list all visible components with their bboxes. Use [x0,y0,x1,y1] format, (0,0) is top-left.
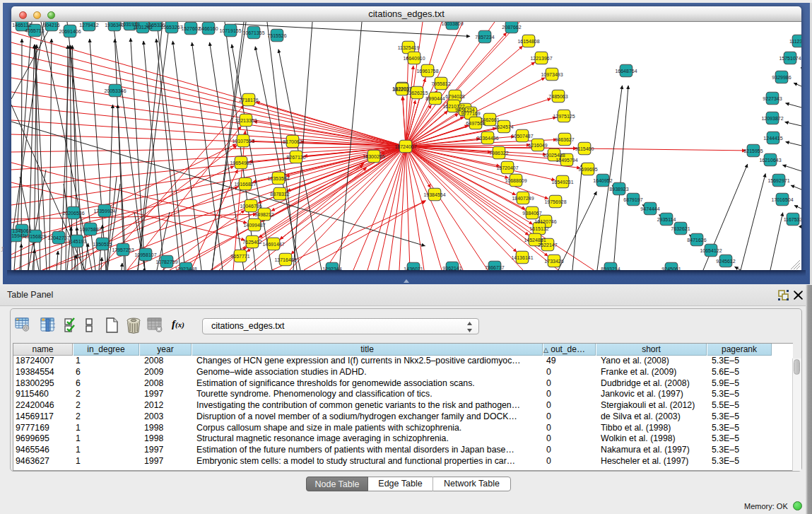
svg-text:1640952: 1640952 [593,178,612,183]
svg-text:9657771: 9657771 [230,254,249,259]
svg-text:1733426: 1733426 [544,259,563,264]
svg-text:12923448: 12923448 [175,267,196,271]
svg-text:16961758: 16961758 [416,69,438,74]
svg-text:16549231: 16549231 [551,180,573,185]
svg-text:8267130: 8267130 [286,155,305,160]
svg-text:10688609: 10688609 [505,178,526,183]
svg-text:20691406: 20691406 [59,29,81,34]
svg-text:12042737: 12042737 [47,235,69,240]
svg-text:11325419: 11325419 [398,45,420,50]
svg-text:20053346: 20053346 [104,88,126,93]
svg-text:7857234: 7857234 [475,35,494,40]
svg-text:7955812: 7955812 [431,81,450,86]
svg-text:8593214: 8593214 [601,267,620,271]
svg-text:10782759: 10782759 [155,259,177,264]
svg-text:1244415: 1244415 [763,136,782,141]
svg-text:8990444: 8990444 [425,96,445,101]
svg-text:1112345: 1112345 [789,39,801,44]
svg-text:10654122: 10654122 [700,248,722,253]
svg-text:8471626: 8471626 [687,238,706,243]
svg-text:3822037: 3822037 [392,87,411,92]
svg-text:6879197: 6879197 [623,197,642,202]
svg-text:18407249: 18407249 [512,196,534,201]
svg-text:1350515: 1350515 [93,242,112,247]
svg-text:10975887: 10975887 [79,227,101,232]
svg-text:10107553: 10107553 [232,139,254,144]
svg-text:9463627: 9463627 [555,137,574,142]
svg-text:19166827: 19166827 [234,182,256,187]
svg-text:6794028: 6794028 [445,94,464,99]
svg-text:9245612: 9245612 [716,259,735,264]
svg-text:15720407: 15720407 [496,165,518,170]
svg-text:16210643: 16210643 [759,158,781,163]
svg-text:8215955: 8215955 [743,148,763,153]
svg-text:9245061: 9245061 [661,267,681,271]
svg-text:18724007: 18724007 [394,144,416,149]
svg-text:7485063: 7485063 [548,94,567,99]
svg-text:7515526: 7515526 [267,33,286,38]
svg-text:20364436: 20364436 [476,136,498,141]
svg-text:1279412: 1279412 [79,23,98,28]
svg-text:10719155: 10719155 [219,28,241,33]
svg-text:16640910: 16640910 [403,56,425,61]
svg-text:8938923: 8938923 [609,187,628,192]
svg-text:19384554: 19384554 [423,192,445,197]
svg-text:2718176: 2718176 [239,98,258,103]
svg-text:7986322: 7986322 [489,151,508,156]
svg-text:4055713: 4055713 [25,28,44,33]
svg-text:2522147: 2522147 [538,243,557,247]
svg-text:9362141: 9362141 [442,266,461,271]
svg-text:10973493: 10973493 [541,72,563,77]
svg-text:10653267: 10653267 [160,25,182,30]
svg-text:10958107: 10958107 [134,252,156,257]
svg-text:20206536: 20206536 [62,211,84,216]
svg-text:1167533: 1167533 [784,217,801,222]
svg-text:13716485: 13716485 [274,257,296,262]
svg-text:12975125: 12975125 [553,114,575,119]
svg-text:9474444: 9474444 [640,206,659,211]
svg-text:12093872: 12093872 [761,116,783,121]
svg-text:3624574: 3624574 [494,124,513,129]
svg-text:6497568: 6497568 [466,121,485,126]
svg-text:15692971: 15692971 [767,178,789,183]
svg-text:6466160: 6466160 [199,26,218,31]
svg-text:1145193: 1145193 [68,239,87,244]
svg-text:16648764: 16648764 [615,69,637,74]
svg-text:12213967: 12213967 [530,56,552,61]
svg-text:14524851: 14524851 [524,238,546,243]
svg-text:2087662: 2087662 [502,25,521,30]
svg-text:9384067: 9384067 [522,211,541,216]
svg-text:14136141: 14136141 [511,255,533,260]
svg-text:12353594: 12353594 [267,176,289,181]
svg-text:7625402: 7625402 [242,240,261,245]
svg-text:17359924: 17359924 [93,209,115,214]
svg-text:1615132: 1615132 [529,226,548,231]
svg-text:9699695: 9699695 [578,167,597,172]
svg-text:16154808: 16154808 [517,39,539,44]
svg-text:10507487: 10507487 [511,134,533,139]
svg-text:1345061: 1345061 [12,228,31,233]
svg-text:8878312: 8878312 [270,192,289,197]
svg-text:16120746: 16120746 [534,219,556,224]
svg-text:14691447: 14691447 [262,242,284,247]
svg-text:12156829: 12156829 [24,234,46,239]
svg-text:2935114: 2935114 [657,217,676,222]
svg-text:10671355: 10671355 [242,30,264,35]
svg-text:3915941: 3915941 [11,233,25,238]
svg-text:10046786: 10046786 [240,204,261,209]
svg-text:9777169: 9777169 [461,111,480,116]
svg-text:14099487: 14099487 [243,223,265,228]
svg-text:10025438: 10025438 [543,153,565,158]
svg-text:15751074: 15751074 [779,56,801,61]
svg-text:8170062: 8170062 [283,139,302,144]
svg-text:18300295: 18300295 [363,154,384,159]
svg-text:6216049: 6216049 [528,143,547,148]
svg-text:17957253: 17957253 [112,247,134,252]
svg-text:19654982: 19654982 [230,160,252,165]
svg-text:1527602: 1527602 [181,26,200,31]
svg-text:9329986: 9329986 [772,75,791,80]
svg-text:16033809: 16033809 [441,22,463,26]
svg-text:3498212: 3498212 [254,212,273,217]
svg-text:17016504: 17016504 [771,197,793,202]
svg-text:19756928: 19756928 [544,199,566,204]
